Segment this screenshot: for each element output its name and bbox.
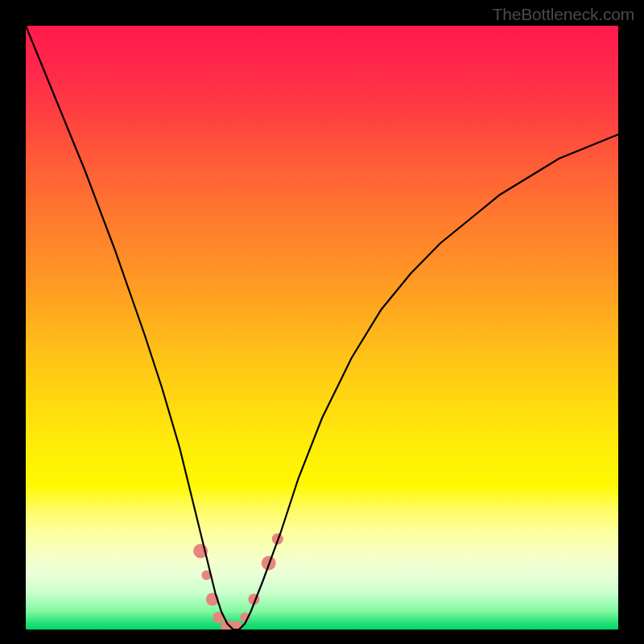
bottleneck-curve bbox=[26, 26, 618, 630]
chart-frame: TheBottleneck.com bbox=[0, 0, 644, 644]
plot-area bbox=[26, 26, 618, 630]
valley-markers bbox=[193, 534, 283, 630]
curve-svg bbox=[26, 26, 618, 630]
watermark-label: TheBottleneck.com bbox=[493, 5, 634, 24]
